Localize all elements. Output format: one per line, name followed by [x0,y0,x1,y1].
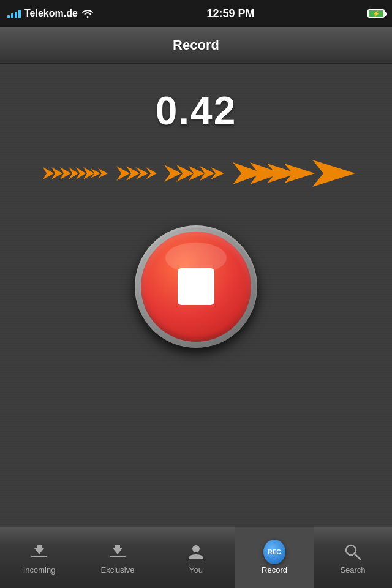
stop-button-container[interactable] [135,225,257,348]
tab-incoming-label: Incoming [23,565,56,575]
incoming-icon [28,541,50,563]
search-icon [342,541,364,563]
exclusive-icon [107,541,129,563]
svg-rect-24 [110,556,126,557]
status-left: Telekom.de [7,8,94,19]
tab-search-label: Search [340,565,365,575]
svg-point-26 [192,545,200,552]
svg-marker-0 [43,167,54,179]
nav-title: Record [173,37,219,53]
stop-icon [178,268,214,305]
rec-badge: REC [263,540,285,564]
tab-exclusive[interactable]: Exclusive [78,527,157,588]
you-icon [185,541,207,563]
svg-marker-21 [312,160,355,187]
tab-record[interactable]: REC Record [235,527,314,588]
svg-marker-23 [34,545,44,554]
waveform-container [24,152,368,195]
tab-exclusive-label: Exclusive [101,565,135,575]
svg-rect-22 [31,556,47,557]
status-bar: Telekom.de 12:59 PM ⚡ [0,0,392,27]
tab-you-label: You [189,565,203,575]
tab-search[interactable]: Search [314,527,392,588]
wifi-icon [81,9,94,18]
svg-line-28 [355,554,360,559]
record-icon: REC [263,541,285,563]
tab-you[interactable]: You [157,527,235,588]
battery-icon: ⚡ [368,9,385,18]
carrier-label: Telekom.de [24,8,78,19]
svg-marker-25 [113,545,123,554]
signal-bars-icon [7,9,21,18]
status-right: ⚡ [368,9,385,18]
timer-display: 0.42 [156,88,237,134]
main-content: 0.42 [0,64,392,527]
battery-charging-icon: ⚡ [372,10,380,17]
status-time: 12:59 PM [206,7,254,20]
stop-button-outer [135,225,257,348]
stop-button-inner [141,232,251,342]
tab-incoming[interactable]: Incoming [0,527,78,588]
tab-bar: Incoming Exclusive You REC Record [0,527,392,588]
waveform-svg [24,155,368,192]
tab-record-label: Record [262,565,287,575]
nav-bar: Record [0,27,392,64]
